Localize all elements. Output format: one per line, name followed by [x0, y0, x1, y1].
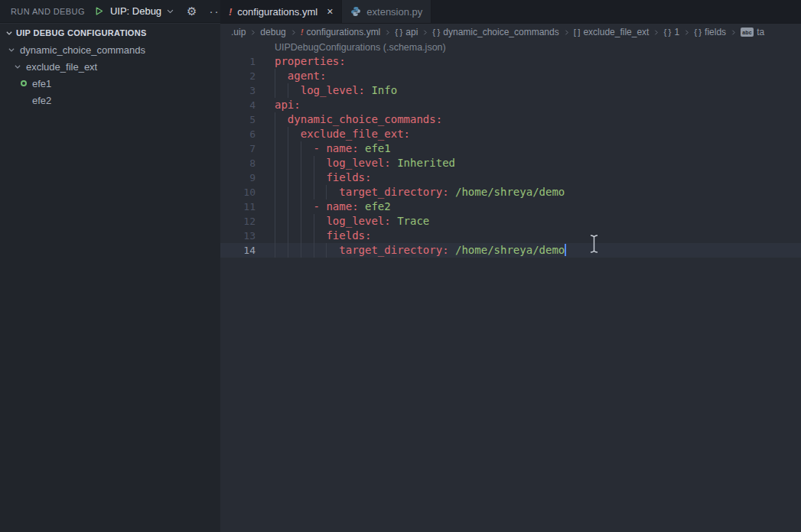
indent-guide [314, 243, 314, 258]
code-text: target_directory: /home/shreya/demo [275, 243, 566, 258]
indent-guide [288, 156, 288, 170]
token-value: Info [365, 84, 397, 96]
breadcrumb-label: api [405, 27, 418, 37]
config-tree: dynamic_choice_commandsexclude_file_exte… [0, 41, 220, 109]
code-text: fields: [275, 229, 371, 243]
debug-configurations-panel: UIP DEBUG CONFIGURATIONS dynamic_choice_… [0, 24, 220, 532]
chevron-down-icon [166, 7, 174, 15]
tree-item-label: efe2 [32, 95, 51, 106]
breadcrumb-item-.uip[interactable]: .uip [231, 27, 246, 37]
tab-extension.py[interactable]: extension.py [342, 0, 431, 23]
indent-guide [288, 229, 288, 243]
tab-label: extension.py [366, 6, 422, 18]
code-line-6[interactable]: 6 exclude_file_ext: [220, 127, 801, 141]
symbol-array-icon: [ ] [574, 28, 581, 37]
code-text: agent: [275, 69, 326, 83]
indent-guide [326, 243, 327, 258]
chevron-down-icon [5, 46, 18, 54]
code-text: properties: [275, 54, 346, 69]
python-icon [350, 6, 361, 17]
indent-guide [326, 185, 327, 200]
token-key: log_level: [275, 215, 391, 227]
line-number: 5 [220, 112, 256, 127]
play-icon[interactable] [94, 6, 104, 16]
code-line-4[interactable]: 4api: [220, 98, 801, 112]
code-line-3[interactable]: 3 log_level: Info [220, 83, 801, 98]
code-line-14[interactable]: 14 target_directory: /home/shreya/demo [220, 243, 801, 258]
breadcrumb-item-ta[interactable]: abcta [741, 27, 764, 37]
indent-guide [314, 185, 314, 200]
code-line-10[interactable]: 10 target_directory: /home/shreya/demo [220, 185, 801, 200]
chevron-right-icon [249, 28, 256, 37]
code-line-1[interactable]: 1properties: [220, 54, 801, 69]
chevron-right-icon [563, 28, 570, 37]
code-text: exclude_file_ext: [275, 127, 410, 141]
breadcrumb-item-1[interactable]: { }1 [663, 27, 679, 37]
indent-guide [314, 229, 314, 243]
indent-guide [288, 141, 288, 156]
breadcrumb-label: fields [705, 27, 726, 37]
sidebar-section-header[interactable]: UIP DEBUG CONFIGURATIONS [0, 24, 220, 41]
tab-bar: !configurations.yml×extension.py [220, 0, 801, 24]
breadcrumb-label: exclude_file_ext [583, 27, 649, 37]
line-number: 12 [220, 214, 256, 229]
tree-item-efe2[interactable]: efe2 [0, 92, 220, 109]
indent-guide [275, 127, 275, 141]
token-key: log_level: [275, 157, 391, 169]
chevron-right-icon [730, 28, 737, 37]
breadcrumb-item-api[interactable]: { }api [395, 27, 418, 37]
breadcrumb-label: configurations.yml [307, 27, 381, 37]
token-key: dynamic_choice_commands: [275, 113, 442, 125]
token-key: properties: [275, 55, 346, 67]
line-number: 10 [220, 185, 256, 200]
tree-item-exclude_file_ext[interactable]: exclude_file_ext [0, 58, 220, 75]
code-text: dynamic_choice_commands: [275, 112, 442, 127]
code-line-13[interactable]: 13 fields: [220, 229, 801, 243]
chevron-right-icon [290, 28, 297, 37]
tree-item-label: efe1 [32, 78, 51, 89]
debug-config-dropdown[interactable]: UIP: Debug [110, 5, 174, 17]
green-circle-icon [21, 80, 27, 86]
tab-configurations.yml[interactable]: !configurations.yml× [220, 0, 342, 23]
breadcrumb-item-dynamic_choice_commands[interactable]: { }dynamic_choice_commands [432, 27, 558, 37]
code-line-2[interactable]: 2 agent: [220, 69, 801, 83]
schema-hint: UIPDebugConfigurations (.schema.json) [220, 41, 801, 54]
indent-guide [301, 214, 301, 229]
breadcrumb-item-exclude_file_ext[interactable]: [ ]exclude_file_ext [574, 27, 650, 37]
code-line-8[interactable]: 8 log_level: Inherited [220, 156, 801, 170]
token-key: fields: [275, 171, 371, 183]
code-area[interactable]: 1properties:2 agent:3 log_level: Info4ap… [220, 54, 801, 258]
chevron-right-icon [422, 28, 428, 37]
code-text: log_level: Info [275, 83, 397, 98]
gear-icon[interactable]: ⚙ [187, 5, 197, 17]
indent-guide [301, 185, 301, 200]
code-line-7[interactable]: 7 - name: efe1 [220, 141, 801, 156]
close-icon[interactable]: × [327, 6, 333, 17]
breadcrumb-item-debug[interactable]: debug [260, 27, 285, 37]
tree-item-dynamic_choice_commands[interactable]: dynamic_choice_commands [0, 41, 220, 58]
code-line-9[interactable]: 9 fields: [220, 170, 801, 185]
indent-guide [301, 229, 301, 243]
breadcrumb-label: ta [757, 27, 764, 37]
indent-guide [275, 229, 275, 243]
breadcrumb-label: dynamic_choice_commands [443, 27, 558, 37]
breadcrumb-label: debug [260, 27, 285, 37]
tree-item-efe1[interactable]: efe1 [0, 75, 220, 92]
line-number: 9 [220, 170, 256, 185]
chevron-down-icon [5, 29, 13, 37]
indent-guide [314, 214, 314, 229]
line-number: 6 [220, 127, 256, 141]
editor[interactable]: .uipdebug!configurations.yml{ }api{ }dyn… [220, 24, 801, 532]
indent-guide [288, 214, 288, 229]
indent-guide [288, 185, 288, 200]
symbol-object-icon: { } [694, 28, 702, 37]
code-line-11[interactable]: 11 - name: efe2 [220, 200, 801, 214]
code-line-12[interactable]: 12 log_level: Trace [220, 214, 801, 229]
breadcrumb-item-fields[interactable]: { }fields [694, 27, 726, 37]
indent-guide [275, 156, 275, 170]
line-number: 1 [220, 54, 256, 69]
indent-guide [301, 156, 301, 170]
breadcrumb-item-configurations.yml[interactable]: !configurations.yml [301, 27, 381, 37]
code-line-5[interactable]: 5 dynamic_choice_commands: [220, 112, 801, 127]
indent-guide [288, 83, 288, 98]
